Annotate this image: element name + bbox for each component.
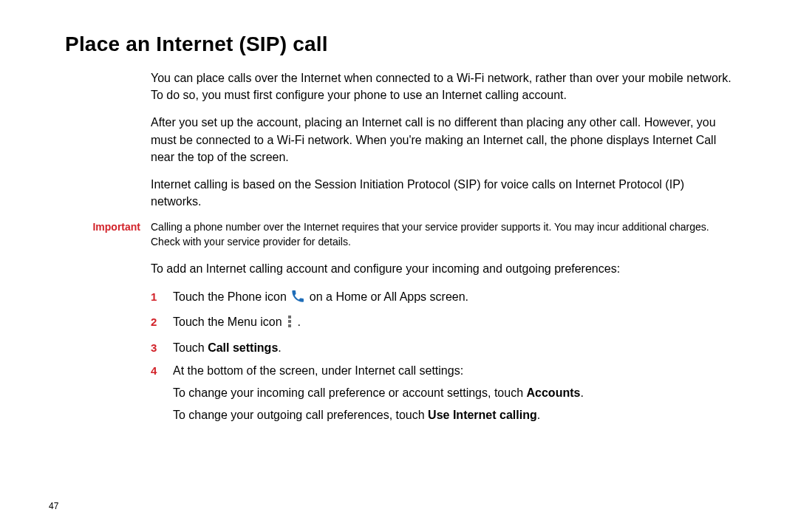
text-run: . <box>580 386 583 399</box>
paragraph: After you set up the account, placing an… <box>151 114 736 166</box>
document-page: Place an Internet (SIP) call You can pla… <box>0 0 798 532</box>
step-number: 1 <box>151 287 173 306</box>
intro-block: You can place calls over the Internet wh… <box>151 69 751 210</box>
step-item: 1 Touch the Phone icon on a Home or All … <box>151 287 736 309</box>
page-number: 47 <box>49 501 58 511</box>
step-item: 4 At the bottom of the screen, under Int… <box>151 361 736 424</box>
step-text: Touch Call settings. <box>173 338 736 358</box>
text-run: To change your incoming call preference … <box>173 386 527 399</box>
step-text: At the bottom of the screen, under Inter… <box>173 361 736 424</box>
text-run: To change your outgoing call preferences… <box>173 409 428 421</box>
svg-rect-1 <box>288 320 291 323</box>
text-run: At the bottom of the screen, under Inter… <box>173 364 463 377</box>
paragraph: Internet calling is based on the Session… <box>151 176 736 210</box>
text-run: . <box>298 316 301 328</box>
step-text: Touch the Phone icon on a Home or All Ap… <box>173 287 736 309</box>
text-run: Touch <box>173 341 208 354</box>
menu-overflow-icon <box>287 315 293 334</box>
svg-rect-2 <box>288 324 291 327</box>
bold-term: Call settings <box>208 341 278 354</box>
steps-block: To add an Internet calling account and c… <box>151 260 751 425</box>
text-run: . <box>278 341 281 354</box>
svg-rect-0 <box>288 316 291 318</box>
important-text: Calling a phone number over the Internet… <box>151 220 736 249</box>
sub-line: To change your incoming call preference … <box>173 383 736 403</box>
important-label: Important <box>65 220 151 233</box>
step-number: 2 <box>151 313 173 331</box>
page-title: Place an Internet (SIP) call <box>65 33 751 56</box>
bold-term: Accounts <box>527 386 581 399</box>
important-note: Important Calling a phone number over th… <box>65 220 751 249</box>
sub-line: To change your outgoing call preferences… <box>173 406 736 425</box>
text-run: Touch the Menu icon <box>173 316 285 328</box>
phone-icon <box>291 290 304 309</box>
paragraph: You can place calls over the Internet wh… <box>151 69 736 103</box>
text-run: . <box>537 409 540 421</box>
bold-term: Use Internet calling <box>428 409 537 421</box>
text-run: Touch the Phone icon <box>173 290 290 303</box>
step-list: 1 Touch the Phone icon on a Home or All … <box>151 287 736 425</box>
step-text: Touch the Menu icon . <box>173 313 736 334</box>
lead-in: To add an Internet calling account and c… <box>151 260 736 277</box>
step-item: 2 Touch the Menu icon . <box>151 313 736 334</box>
step-number: 3 <box>151 338 173 357</box>
text-run: on a Home or All Apps screen. <box>310 290 468 303</box>
step-item: 3 Touch Call settings. <box>151 338 736 358</box>
step-number: 4 <box>151 361 173 380</box>
